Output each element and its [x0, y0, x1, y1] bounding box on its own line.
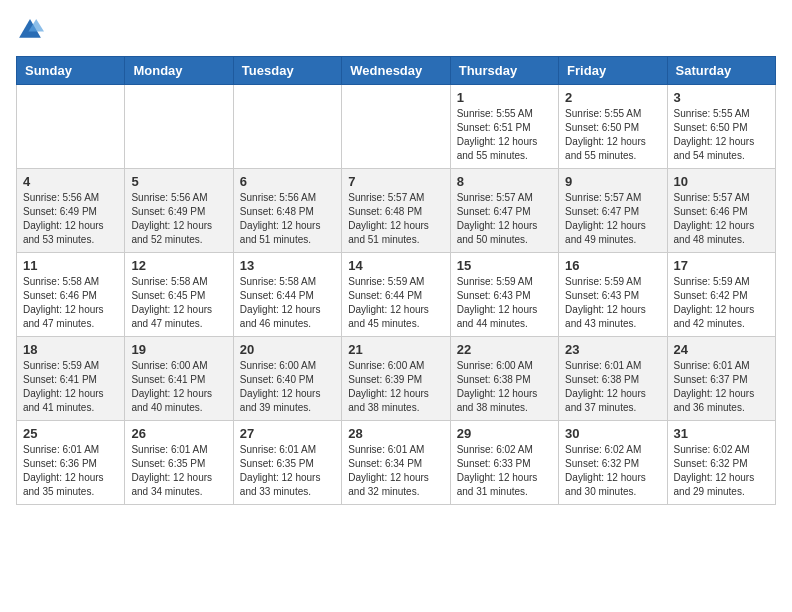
calendar-cell	[342, 85, 450, 169]
calendar-cell: 6Sunrise: 5:56 AM Sunset: 6:48 PM Daylig…	[233, 169, 341, 253]
day-detail: Sunrise: 5:56 AM Sunset: 6:48 PM Dayligh…	[240, 191, 335, 247]
calendar-cell: 17Sunrise: 5:59 AM Sunset: 6:42 PM Dayli…	[667, 253, 775, 337]
day-detail: Sunrise: 6:00 AM Sunset: 6:38 PM Dayligh…	[457, 359, 552, 415]
calendar-cell	[125, 85, 233, 169]
calendar-week-4: 25Sunrise: 6:01 AM Sunset: 6:36 PM Dayli…	[17, 421, 776, 505]
calendar-cell: 18Sunrise: 5:59 AM Sunset: 6:41 PM Dayli…	[17, 337, 125, 421]
calendar-cell: 10Sunrise: 5:57 AM Sunset: 6:46 PM Dayli…	[667, 169, 775, 253]
day-number: 5	[131, 174, 226, 189]
day-number: 29	[457, 426, 552, 441]
calendar-cell: 29Sunrise: 6:02 AM Sunset: 6:33 PM Dayli…	[450, 421, 558, 505]
day-header-tuesday: Tuesday	[233, 57, 341, 85]
calendar-cell: 20Sunrise: 6:00 AM Sunset: 6:40 PM Dayli…	[233, 337, 341, 421]
calendar-cell: 31Sunrise: 6:02 AM Sunset: 6:32 PM Dayli…	[667, 421, 775, 505]
calendar-cell: 2Sunrise: 5:55 AM Sunset: 6:50 PM Daylig…	[559, 85, 667, 169]
calendar-cell: 27Sunrise: 6:01 AM Sunset: 6:35 PM Dayli…	[233, 421, 341, 505]
calendar-week-3: 18Sunrise: 5:59 AM Sunset: 6:41 PM Dayli…	[17, 337, 776, 421]
day-number: 11	[23, 258, 118, 273]
day-number: 24	[674, 342, 769, 357]
calendar-cell: 14Sunrise: 5:59 AM Sunset: 6:44 PM Dayli…	[342, 253, 450, 337]
day-detail: Sunrise: 5:56 AM Sunset: 6:49 PM Dayligh…	[23, 191, 118, 247]
day-detail: Sunrise: 6:02 AM Sunset: 6:33 PM Dayligh…	[457, 443, 552, 499]
calendar-cell: 5Sunrise: 5:56 AM Sunset: 6:49 PM Daylig…	[125, 169, 233, 253]
calendar-week-0: 1Sunrise: 5:55 AM Sunset: 6:51 PM Daylig…	[17, 85, 776, 169]
day-number: 17	[674, 258, 769, 273]
calendar-cell: 28Sunrise: 6:01 AM Sunset: 6:34 PM Dayli…	[342, 421, 450, 505]
day-number: 25	[23, 426, 118, 441]
day-number: 14	[348, 258, 443, 273]
day-detail: Sunrise: 6:01 AM Sunset: 6:34 PM Dayligh…	[348, 443, 443, 499]
day-detail: Sunrise: 5:59 AM Sunset: 6:44 PM Dayligh…	[348, 275, 443, 331]
logo	[16, 16, 48, 44]
calendar-cell: 3Sunrise: 5:55 AM Sunset: 6:50 PM Daylig…	[667, 85, 775, 169]
calendar-cell	[233, 85, 341, 169]
calendar-header-row: SundayMondayTuesdayWednesdayThursdayFrid…	[17, 57, 776, 85]
day-number: 8	[457, 174, 552, 189]
calendar-cell: 23Sunrise: 6:01 AM Sunset: 6:38 PM Dayli…	[559, 337, 667, 421]
day-detail: Sunrise: 6:02 AM Sunset: 6:32 PM Dayligh…	[674, 443, 769, 499]
calendar-cell: 7Sunrise: 5:57 AM Sunset: 6:48 PM Daylig…	[342, 169, 450, 253]
day-header-wednesday: Wednesday	[342, 57, 450, 85]
calendar-week-2: 11Sunrise: 5:58 AM Sunset: 6:46 PM Dayli…	[17, 253, 776, 337]
calendar-table: SundayMondayTuesdayWednesdayThursdayFrid…	[16, 56, 776, 505]
day-number: 28	[348, 426, 443, 441]
day-detail: Sunrise: 6:00 AM Sunset: 6:41 PM Dayligh…	[131, 359, 226, 415]
day-number: 15	[457, 258, 552, 273]
day-number: 22	[457, 342, 552, 357]
calendar-cell: 11Sunrise: 5:58 AM Sunset: 6:46 PM Dayli…	[17, 253, 125, 337]
calendar-cell: 8Sunrise: 5:57 AM Sunset: 6:47 PM Daylig…	[450, 169, 558, 253]
day-number: 21	[348, 342, 443, 357]
day-number: 13	[240, 258, 335, 273]
day-detail: Sunrise: 6:00 AM Sunset: 6:40 PM Dayligh…	[240, 359, 335, 415]
day-number: 31	[674, 426, 769, 441]
calendar-cell: 16Sunrise: 5:59 AM Sunset: 6:43 PM Dayli…	[559, 253, 667, 337]
logo-icon	[16, 16, 44, 44]
day-number: 7	[348, 174, 443, 189]
day-detail: Sunrise: 5:59 AM Sunset: 6:43 PM Dayligh…	[565, 275, 660, 331]
day-number: 10	[674, 174, 769, 189]
day-number: 20	[240, 342, 335, 357]
day-number: 27	[240, 426, 335, 441]
day-header-thursday: Thursday	[450, 57, 558, 85]
day-number: 19	[131, 342, 226, 357]
calendar-cell: 25Sunrise: 6:01 AM Sunset: 6:36 PM Dayli…	[17, 421, 125, 505]
day-detail: Sunrise: 5:58 AM Sunset: 6:45 PM Dayligh…	[131, 275, 226, 331]
day-detail: Sunrise: 5:57 AM Sunset: 6:47 PM Dayligh…	[565, 191, 660, 247]
calendar-cell: 9Sunrise: 5:57 AM Sunset: 6:47 PM Daylig…	[559, 169, 667, 253]
day-detail: Sunrise: 5:57 AM Sunset: 6:47 PM Dayligh…	[457, 191, 552, 247]
day-detail: Sunrise: 6:02 AM Sunset: 6:32 PM Dayligh…	[565, 443, 660, 499]
day-detail: Sunrise: 5:59 AM Sunset: 6:42 PM Dayligh…	[674, 275, 769, 331]
day-detail: Sunrise: 5:59 AM Sunset: 6:41 PM Dayligh…	[23, 359, 118, 415]
page-header	[16, 16, 776, 44]
day-detail: Sunrise: 6:01 AM Sunset: 6:37 PM Dayligh…	[674, 359, 769, 415]
day-detail: Sunrise: 6:01 AM Sunset: 6:38 PM Dayligh…	[565, 359, 660, 415]
calendar-cell: 24Sunrise: 6:01 AM Sunset: 6:37 PM Dayli…	[667, 337, 775, 421]
day-number: 9	[565, 174, 660, 189]
day-number: 2	[565, 90, 660, 105]
calendar-cell: 13Sunrise: 5:58 AM Sunset: 6:44 PM Dayli…	[233, 253, 341, 337]
day-detail: Sunrise: 5:55 AM Sunset: 6:50 PM Dayligh…	[674, 107, 769, 163]
day-number: 12	[131, 258, 226, 273]
day-detail: Sunrise: 6:00 AM Sunset: 6:39 PM Dayligh…	[348, 359, 443, 415]
day-detail: Sunrise: 5:55 AM Sunset: 6:51 PM Dayligh…	[457, 107, 552, 163]
day-detail: Sunrise: 5:58 AM Sunset: 6:46 PM Dayligh…	[23, 275, 118, 331]
day-header-saturday: Saturday	[667, 57, 775, 85]
calendar-cell: 26Sunrise: 6:01 AM Sunset: 6:35 PM Dayli…	[125, 421, 233, 505]
calendar-cell: 30Sunrise: 6:02 AM Sunset: 6:32 PM Dayli…	[559, 421, 667, 505]
day-detail: Sunrise: 6:01 AM Sunset: 6:35 PM Dayligh…	[131, 443, 226, 499]
calendar-cell	[17, 85, 125, 169]
day-number: 4	[23, 174, 118, 189]
day-header-sunday: Sunday	[17, 57, 125, 85]
day-detail: Sunrise: 6:01 AM Sunset: 6:36 PM Dayligh…	[23, 443, 118, 499]
calendar-cell: 21Sunrise: 6:00 AM Sunset: 6:39 PM Dayli…	[342, 337, 450, 421]
day-number: 3	[674, 90, 769, 105]
calendar-cell: 19Sunrise: 6:00 AM Sunset: 6:41 PM Dayli…	[125, 337, 233, 421]
day-detail: Sunrise: 5:57 AM Sunset: 6:48 PM Dayligh…	[348, 191, 443, 247]
calendar-cell: 4Sunrise: 5:56 AM Sunset: 6:49 PM Daylig…	[17, 169, 125, 253]
calendar-cell: 1Sunrise: 5:55 AM Sunset: 6:51 PM Daylig…	[450, 85, 558, 169]
calendar-cell: 15Sunrise: 5:59 AM Sunset: 6:43 PM Dayli…	[450, 253, 558, 337]
day-detail: Sunrise: 5:56 AM Sunset: 6:49 PM Dayligh…	[131, 191, 226, 247]
day-detail: Sunrise: 5:57 AM Sunset: 6:46 PM Dayligh…	[674, 191, 769, 247]
calendar-cell: 12Sunrise: 5:58 AM Sunset: 6:45 PM Dayli…	[125, 253, 233, 337]
day-header-friday: Friday	[559, 57, 667, 85]
